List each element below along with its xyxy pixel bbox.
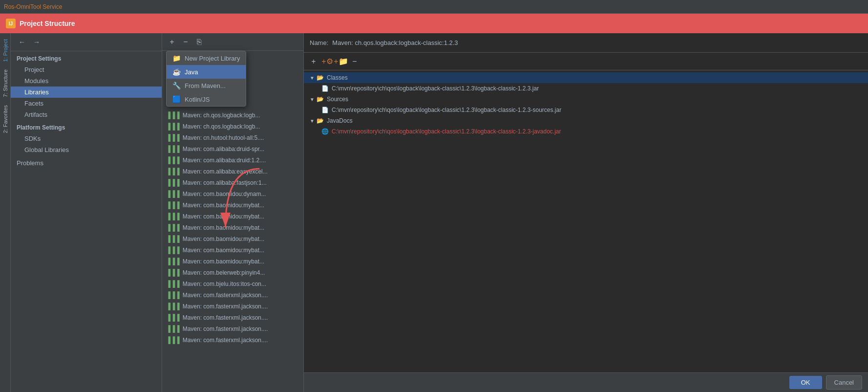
back-button[interactable]: ← [17,37,27,47]
library-bar-icon: ▐▐▐ [166,269,180,276]
library-name: Maven: com.baomidou:mybat... [183,202,264,209]
library-bar-icon: ▐▐▐ [166,235,180,242]
list-item[interactable]: ▐▐▐ Maven: com.fasterxml.jackson.... [162,301,303,312]
sidebar-tab-structure[interactable]: 7: Structure [0,65,10,101]
list-item[interactable]: ▐▐▐ Maven: com.belerweb:pinyin4... [162,267,303,278]
library-name: Maven: com.alibaba:fastjson:1... [183,179,267,186]
dropdown-item-new-project-library[interactable]: 📁 New Project Library [167,51,246,65]
javadoc-jar-path: C:\mvn\repository\ch\qos\logback\logback… [332,128,561,135]
platform-settings-title: Platform Settings [11,120,162,133]
library-bar-icon: ▐▐▐ [166,280,180,287]
ok-button[interactable]: OK [789,376,822,389]
right-panel: Name: Maven: ch.qos.logback:logback-clas… [304,33,868,392]
library-bar-icon: ▐▐▐ [166,213,180,220]
dropdown-item-java[interactable]: ☕ Java [167,65,246,79]
list-item[interactable]: ▐▐▐ Maven: cn.hutool:hutool-all:5.... [162,132,303,143]
library-name: Maven: com.baomidou:mybat... [183,213,264,220]
remove-library-button[interactable]: − [180,36,191,48]
tree-item-classes-jar[interactable]: 📄 C:\mvn\repository\ch\qos\logback\logba… [304,83,868,94]
list-item[interactable]: ▐▐▐ Maven: ch.qos.logback:logb... [162,109,303,121]
library-name: Maven: com.bjelu.itos:itos-con... [183,281,266,287]
list-item[interactable]: ▐▐▐ Maven: com.alibaba:fastjson:1... [162,177,303,188]
left-panel-header: ← → [11,33,162,51]
list-item[interactable]: ▐▐▐ Maven: com.baomidou:mybat... [162,233,303,244]
nav-item-global-libraries[interactable]: Global Libraries [11,144,162,155]
dropdown-item-kotlin-js[interactable]: 🟦 Kotlin/JS [167,92,246,106]
title-bar: IJ Project Structure [0,14,868,33]
library-name: Maven: com.alibaba:druid:1.2.... [183,157,266,164]
new-project-library-icon: 📁 [172,54,181,62]
library-name: Maven: com.belerweb:pinyin4... [183,269,265,276]
copy-library-button[interactable]: ⎘ [193,36,205,48]
tree-content: ▼ 📂 Classes 📄 C:\mvn\repository\ch\qos\l… [304,70,868,372]
library-name: Maven: com.baomidou:dynam... [183,191,266,197]
library-bar-icon: ▐▐▐ [166,168,180,175]
cancel-button[interactable]: Cancel [826,375,862,390]
library-bar-icon: ▐▐▐ [166,123,180,130]
nav-item-sdks[interactable]: SDKs [11,133,162,144]
nav-item-problems[interactable]: Problems [11,155,162,169]
list-item[interactable]: ▐▐▐ Maven: com.alibaba:druid:1.2.... [162,154,303,166]
list-item[interactable]: ▐▐▐ Maven: com.bjelu.itos:itos-con... [162,278,303,289]
nav-item-facets[interactable]: Facets [11,98,162,109]
library-name: Maven: com.baomidou:mybat... [183,224,264,231]
kotlin-icon: 🟦 [172,95,181,103]
java-icon: ☕ [172,68,181,76]
list-item[interactable]: ▐▐▐ Maven: com.baomidou:mybat... [162,222,303,233]
list-item[interactable]: ▐▐▐ Maven: com.fasterxml.jackson.... [162,334,303,346]
right-add-button[interactable]: + [308,56,319,67]
sources-folder-icon: 📂 [317,96,324,103]
add-library-button[interactable]: + [166,36,178,48]
list-item[interactable]: ▐▐▐ Maven: com.fasterxml.jackson.... [162,323,303,334]
library-name: Maven: com.fasterxml.jackson.... [183,303,268,310]
list-item[interactable]: ▐▐▐ Maven: com.baomidou:mybat... [162,199,303,211]
tree-item-sources-jar[interactable]: 📄 C:\mvn\repository\ch\qos\logback\logba… [304,105,868,115]
right-remove-button[interactable]: − [349,56,360,67]
javadoc-jar-icon: 🌐 [321,128,329,135]
list-item[interactable]: ▐▐▐ Maven: com.alibaba:druid-spr... [162,143,303,154]
app-icon: IJ [6,19,16,28]
dropdown-item-from-maven[interactable]: 🔧 From Maven... [167,79,246,92]
list-item[interactable]: ▐▐▐ Maven: com.fasterxml.jackson.... [162,312,303,323]
forward-button[interactable]: → [31,37,42,47]
right-add-folder-button[interactable]: +📁 [335,56,347,67]
list-item[interactable]: ▐▐▐ Maven: ch.qos.logback:logb... [162,121,303,132]
tree-item-sources[interactable]: ▼ 📂 Sources [304,94,868,105]
right-header: Name: Maven: ch.qos.logback:logback-clas… [304,33,868,53]
library-bar-icon: ▐▐▐ [166,246,180,254]
right-add-special-button[interactable]: +⚙ [321,56,333,67]
list-item[interactable]: ▐▐▐ Maven: com.baomidou:mybat... [162,211,303,222]
main-layout: 1: Project 7: Structure 2: Favorites ← →… [0,33,868,392]
toggle-sources: ▼ [310,97,317,102]
library-bar-icon: ▐▐▐ [166,291,180,299]
library-list: ▐▐▐ Maven: ch.qos.logback:logb... ▐▐▐ Ma… [162,109,303,392]
sidebar-tab-favorites[interactable]: 2: Favorites [0,101,10,137]
sidebar-tab-project[interactable]: 1: Project [0,35,10,65]
library-name: Maven: com.baomidou:mybat... [183,247,264,254]
nav-item-modules[interactable]: Modules [11,75,162,87]
sources-jar-icon: 📄 [321,107,329,113]
nav-item-project[interactable]: Project [11,64,162,75]
app-title: Ros-OmniTool Service [4,3,62,10]
list-item[interactable]: ▐▐▐ Maven: com.alibaba:easyexcel... [162,166,303,177]
tree-item-javadoc-jar[interactable]: 🌐 C:\mvn\repository\ch\qos\logback\logba… [304,126,868,137]
list-item[interactable]: ▐▐▐ Maven: com.baomidou:dynam... [162,188,303,199]
library-bar-icon: ▐▐▐ [166,134,180,141]
library-bar-icon: ▐▐▐ [166,224,180,231]
library-name: Maven: com.fasterxml.jackson.... [183,337,268,344]
javadocs-label: JavaDocs [327,117,353,124]
tree-item-classes[interactable]: ▼ 📂 Classes [304,72,868,83]
library-name: Maven: cn.hutool:hutool-all:5.... [183,134,264,141]
classes-jar-icon: 📄 [321,85,329,92]
list-item[interactable]: ▐▐▐ Maven: com.fasterxml.jackson.... [162,289,303,301]
library-bar-icon: ▐▐▐ [166,258,180,265]
tree-item-javadocs[interactable]: ▼ 📂 JavaDocs [304,115,868,126]
nav-item-libraries[interactable]: Libraries [11,87,162,98]
list-item[interactable]: ▐▐▐ Maven: com.baomidou:mybat... [162,244,303,256]
nav-item-artifacts[interactable]: Artifacts [11,109,162,120]
library-name: Maven: ch.qos.logback:logb... [183,123,260,130]
toggle-javadocs: ▼ [310,118,317,124]
library-name: Maven: ch.qos.logback:logb... [183,112,260,119]
sources-label: Sources [327,96,348,103]
list-item[interactable]: ▐▐▐ Maven: com.baomidou:mybat... [162,256,303,267]
